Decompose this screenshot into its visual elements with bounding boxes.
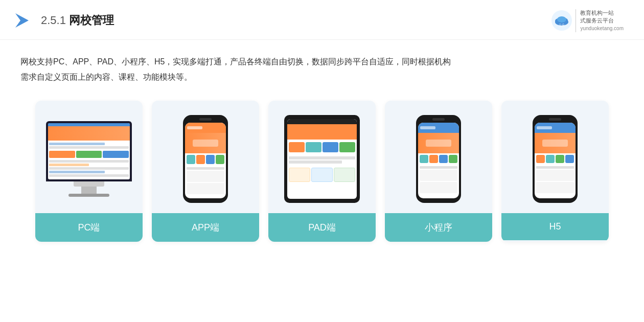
card-miniprogram-image — [385, 101, 492, 213]
card-h5-label: H5 — [501, 213, 609, 240]
header-right: 云朵 教育机构一站 式服务云平台 yunduoketang.com — [551, 9, 624, 32]
brand-text: 教育机构一站 式服务云平台 yunduoketang.com — [576, 9, 624, 32]
card-pad-label: PAD端 — [268, 213, 376, 242]
tablet-device — [284, 115, 360, 203]
page-title: 2.5.1 网校管理 — [41, 13, 114, 28]
card-app: APP端 — [152, 101, 259, 242]
phone-device-h5 — [533, 115, 578, 203]
cards-section: PC端 — [0, 90, 644, 252]
phone-device-app — [183, 115, 228, 203]
card-miniprogram-label: 小程序 — [385, 213, 492, 242]
header-left: 2.5.1 网校管理 — [15, 11, 114, 30]
monitor-device — [46, 121, 132, 197]
brand-logo: 云朵 教育机构一站 式服务云平台 yunduoketang.com — [551, 9, 624, 32]
svg-point-5 — [557, 16, 566, 22]
page: 2.5.1 网校管理 云朵 教育机构一站 式服务云平台 — [0, 0, 644, 322]
phone-device-mini — [416, 115, 461, 203]
desc-line1: 网校支持PC、APP、PAD、小程序、H5，实现多端打通，产品各终端自由切换，数… — [20, 54, 624, 70]
header: 2.5.1 网校管理 云朵 教育机构一站 式服务云平台 — [0, 0, 644, 40]
card-app-label: APP端 — [152, 213, 259, 242]
description: 网校支持PC、APP、PAD、小程序、H5，实现多端打通，产品各终端自由切换，数… — [0, 40, 644, 90]
card-h5: H5 — [501, 101, 609, 242]
card-pc-label: PC端 — [35, 213, 143, 242]
card-pc: PC端 — [35, 101, 143, 242]
card-h5-image — [501, 101, 609, 213]
card-miniprogram: 小程序 — [385, 101, 492, 242]
card-pc-image — [35, 101, 143, 213]
svg-text:云朵: 云朵 — [559, 24, 565, 27]
card-pad: PAD端 — [268, 101, 376, 242]
svg-marker-0 — [15, 13, 29, 28]
logo-icon — [15, 11, 34, 30]
brand-cloud-icon: 云朵 — [551, 10, 572, 31]
card-app-image — [152, 101, 259, 213]
desc-line2: 需求自定义页面上的内容、课程、功能模块等。 — [20, 70, 624, 85]
card-pad-image — [268, 101, 376, 213]
